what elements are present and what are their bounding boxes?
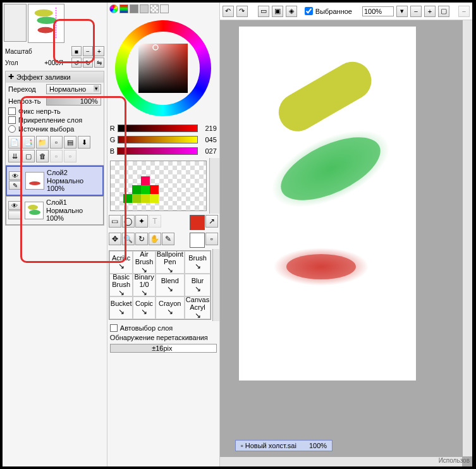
layer-visibility-button[interactable]: 👁 [9, 171, 21, 180]
canvas-h-scrollbar[interactable] [220, 456, 462, 466]
lasso-tool[interactable]: ◯ [122, 215, 135, 228]
brush-preset[interactable]: AirBrush↘ [133, 251, 155, 274]
zoom-out-button[interactable]: − [410, 6, 422, 17]
swatch-cell[interactable] [123, 185, 132, 194]
blend-mode-dropdown[interactable]: Нормально [46, 84, 101, 94]
new-layer-button[interactable]: 📄 [8, 136, 21, 149]
swatch-cell[interactable] [132, 194, 141, 203]
canvas[interactable] [239, 27, 416, 381]
opacity-slider[interactable]: 100% [46, 97, 101, 106]
transparent-color-button[interactable]: ▫ [205, 233, 218, 245]
brush-preset[interactable]: Copic↘ [133, 296, 155, 319]
swatch-cell[interactable] [150, 185, 159, 194]
swatch-cell[interactable] [150, 194, 159, 203]
layer-edit-button[interactable] [8, 210, 21, 219]
zoom-field[interactable] [362, 6, 394, 16]
rotate-cw-button[interactable]: ↻ [83, 58, 93, 68]
swap-colors-button[interactable]: ↗ [205, 215, 218, 228]
brush-scrollbar[interactable] [212, 249, 219, 321]
merge-down-button[interactable]: ⇊ [8, 150, 21, 162]
swatch-cell[interactable] [123, 176, 132, 185]
eyedropper-tool[interactable]: ✎ [162, 233, 174, 245]
selected-checkbox[interactable] [305, 7, 313, 15]
swatch-scrollbar[interactable] [209, 158, 219, 214]
swatch-cell[interactable] [141, 185, 150, 194]
swatch-cell[interactable] [159, 185, 168, 194]
zoom-in-button[interactable]: + [424, 6, 436, 17]
selection-source-radio[interactable] [8, 125, 16, 133]
new-mask-button[interactable]: ▫ [50, 136, 63, 149]
hsv-bars-icon[interactable] [130, 4, 138, 13]
brush-preset[interactable]: Blend↘ [156, 274, 185, 296]
layer-visibility-button[interactable]: 👁 [8, 201, 21, 210]
brush-preset[interactable]: Blur↘ [185, 274, 211, 296]
deselect-button[interactable]: ▭ [258, 6, 269, 17]
brush-preset[interactable]: Acrilic↘ [109, 251, 133, 274]
invert-sel-button[interactable]: ▣ [272, 6, 283, 17]
rgb-bars-icon[interactable] [119, 4, 128, 13]
scale-minus-button[interactable]: − [83, 46, 93, 56]
layer-item[interactable]: 👁 Слой1Нормально100% [6, 196, 104, 225]
swatch-cell[interactable] [141, 176, 150, 185]
panel-toggle-icon[interactable]: ✚ [8, 73, 14, 81]
zoom-tool[interactable]: 🔍 [122, 233, 135, 245]
scratchpad-icon[interactable] [160, 4, 169, 13]
transfer-down-button[interactable]: ⬇ [78, 136, 90, 149]
primary-color[interactable] [190, 215, 205, 230]
flip-button[interactable]: ⇋ [94, 58, 104, 68]
preview-thumbnail[interactable] [28, 4, 64, 43]
drag-detect-slider[interactable]: ±16pix [110, 344, 217, 353]
brush-preset[interactable]: Crayon↘ [156, 296, 185, 319]
layer-extra2-button[interactable]: ▫ [64, 150, 76, 162]
hand-tool[interactable]: ✋ [149, 233, 161, 245]
swatch-cell[interactable] [132, 176, 141, 185]
brush-preset[interactable]: BallpointPen↘ [156, 251, 185, 274]
brush-preset[interactable]: Bucket↘ [109, 296, 133, 319]
secondary-color[interactable] [190, 233, 205, 248]
rotate-tool[interactable]: ↻ [135, 233, 148, 245]
g-slider[interactable] [118, 136, 197, 143]
swatch-cell[interactable] [132, 185, 141, 194]
layer-edit-button[interactable]: ✎ [9, 181, 21, 190]
layer-opt-button[interactable]: ▤ [64, 136, 76, 149]
swatch-cell[interactable] [141, 194, 150, 203]
undo-button[interactable]: ↶ [223, 6, 234, 17]
layer-extra1-button[interactable]: ▫ [50, 150, 63, 162]
auto-select-checkbox[interactable] [110, 324, 118, 332]
scale-plus-button[interactable]: + [94, 46, 104, 56]
clip-layer-checkbox[interactable] [8, 116, 16, 124]
b-slider[interactable] [117, 147, 198, 155]
swatch-cell[interactable] [159, 194, 168, 203]
swatch-cell[interactable] [150, 176, 159, 185]
new-linework-button[interactable]: 📑 [22, 136, 35, 149]
brush-preset[interactable]: Binary1/0↘ [133, 274, 155, 296]
file-tab[interactable]: ▫ Новый холст.sai 100% [235, 440, 333, 451]
layer-item[interactable]: 👁 ✎ Слой2Нормально100% [6, 166, 104, 196]
color-wheel[interactable] [113, 18, 214, 119]
brush-preset[interactable]: BasicBrush↘ [109, 274, 133, 296]
swatch-cell[interactable] [159, 176, 168, 185]
stabilizer-button[interactable]: − [458, 6, 470, 17]
fix-opacity-checkbox[interactable] [8, 107, 16, 115]
zoom-fit-button[interactable]: ▢ [438, 6, 449, 17]
move-tool[interactable]: ✥ [109, 233, 121, 245]
swatch-icon[interactable] [150, 4, 159, 13]
brush-preset[interactable]: Brush↘ [185, 251, 211, 274]
canvas-v-scrollbar[interactable] [462, 20, 472, 456]
zoom-dropdown-button[interactable]: ▾ [396, 6, 408, 17]
r-slider[interactable] [118, 125, 198, 132]
mini-thumbnail[interactable] [4, 4, 27, 42]
mixer-icon[interactable] [140, 4, 149, 13]
color-wheel-mode-icon[interactable] [109, 4, 118, 13]
delete-layer-button[interactable]: 🗑 [36, 150, 49, 162]
new-folder-button[interactable]: 📁 [36, 136, 49, 149]
swatch-palette[interactable] [110, 161, 207, 211]
swatch-cell[interactable] [123, 194, 132, 203]
select-rect-tool[interactable]: ▭ [109, 215, 121, 228]
text-tool[interactable]: T [149, 215, 161, 228]
wand-tool[interactable]: ✦ [135, 215, 148, 228]
show-sel-button[interactable]: ◈ [286, 6, 297, 17]
redo-button[interactable]: ↷ [236, 6, 248, 17]
scale-reset-button[interactable]: ■ [71, 46, 82, 56]
clear-button[interactable]: ▢ [22, 150, 35, 162]
